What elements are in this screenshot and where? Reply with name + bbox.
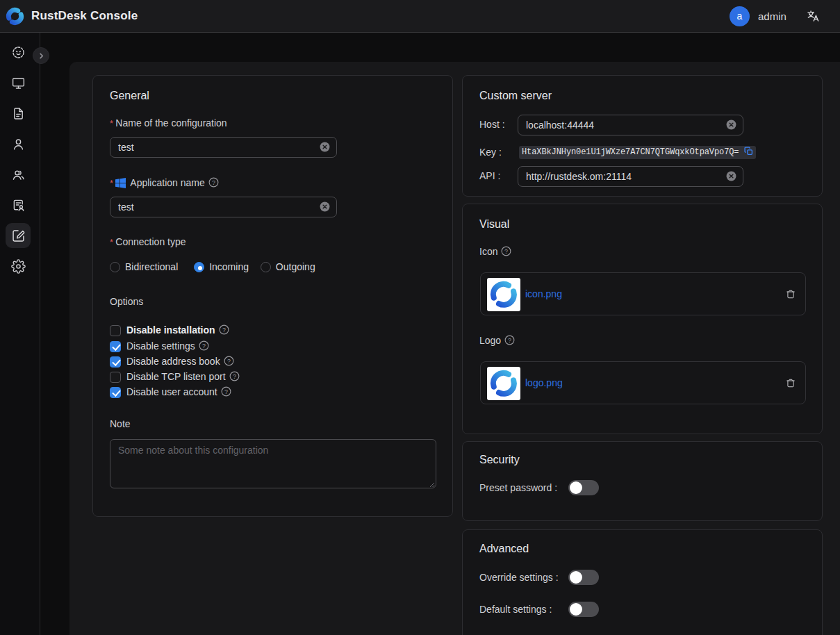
svg-text:?: ?	[212, 179, 215, 186]
svg-text:?: ?	[202, 343, 206, 349]
svg-text:?: ?	[224, 388, 228, 395]
svg-text:?: ?	[233, 373, 236, 380]
svg-text:?: ?	[227, 358, 231, 365]
svg-text:?: ?	[508, 337, 511, 344]
svg-text:?: ?	[222, 327, 226, 333]
svg-text:?: ?	[504, 248, 508, 255]
